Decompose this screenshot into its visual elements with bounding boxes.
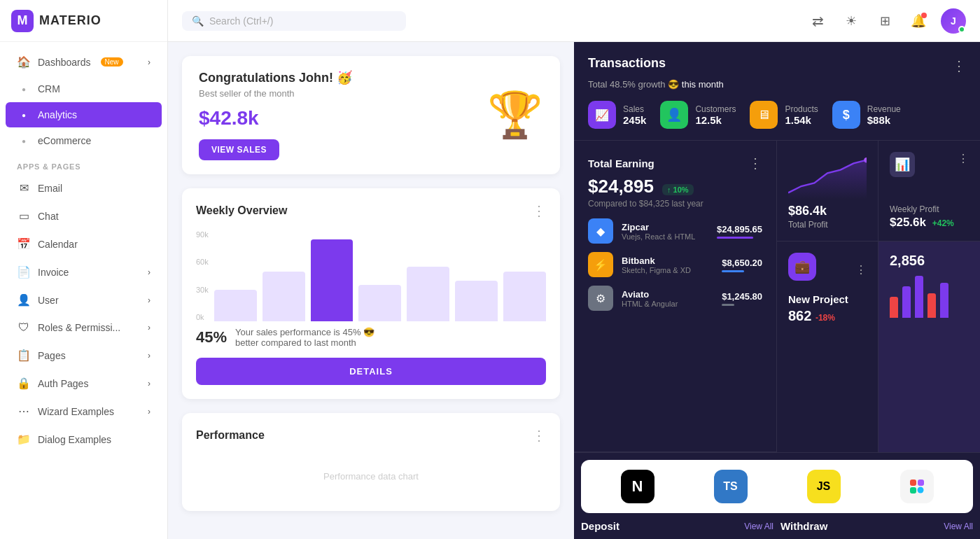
- sidebar-item-crm[interactable]: ● CRM: [6, 76, 162, 102]
- tech-logos-card: N TS JS: [581, 460, 973, 513]
- aviato-icon: ⚙: [588, 286, 613, 311]
- total-earning-title: Total Earning: [588, 158, 654, 169]
- bottom-dark-row: N TS JS: [574, 452, 980, 520]
- zipcar-progress: [717, 237, 753, 239]
- stat-customers: 👤 Customers 12.5k: [660, 101, 736, 129]
- stat-sales-info: Sales 245k: [623, 104, 646, 126]
- details-button[interactable]: DETAILS: [196, 358, 546, 385]
- profit-sparkline-chart: [788, 152, 867, 201]
- total-earning-amount: $24,895: [588, 176, 654, 197]
- calendar-icon: 📅: [17, 237, 31, 251]
- weekly-profit-badge: +42%: [932, 218, 954, 228]
- mini-bars-container: [890, 276, 969, 318]
- mini-bar-2: [902, 286, 911, 318]
- weekly-menu-icon[interactable]: ⋮: [532, 202, 546, 219]
- app-name: MATERIO: [39, 13, 102, 28]
- section-label-apps: APPS & PAGES: [0, 154, 167, 174]
- weekly-overview-card: Weekly Overview ⋮ 90k 60k 30k 0k: [182, 188, 560, 399]
- chevron-auth-icon: ›: [148, 379, 150, 388]
- chevron-pages-icon: ›: [148, 351, 150, 360]
- total-earning-section: Total Earning ⋮ $24,895 ↑ 10% Compared t…: [574, 141, 777, 452]
- chart-y-labels: 90k 60k 30k 0k: [196, 230, 214, 321]
- congrats-left: Congratulations John! 🥳 Best seller of t…: [199, 70, 352, 160]
- invoice-icon: 📄: [17, 265, 31, 279]
- sidebar-item-calendar[interactable]: 📅 Calendar: [6, 230, 162, 258]
- weekly-profit-menu-icon[interactable]: ⋮: [958, 152, 969, 177]
- aviato-progress: [722, 304, 734, 306]
- stat-sales: 📈 Sales 245k: [588, 101, 646, 129]
- search-box[interactable]: 🔍 Search (Ctrl+/): [182, 11, 406, 31]
- sidebar-item-email[interactable]: ✉ Email: [6, 174, 162, 202]
- typescript-logo: TS: [714, 470, 748, 503]
- zipcar-icon: ◆: [588, 218, 613, 244]
- search-icon: 🔍: [192, 15, 204, 27]
- circle-icon: ●: [17, 85, 31, 93]
- sidebar-item-roles[interactable]: 🛡 Roles & Permissi... ›: [6, 314, 162, 341]
- deposit-view-all[interactable]: View All: [744, 522, 774, 531]
- new-project-menu-icon[interactable]: ⋮: [855, 263, 867, 276]
- performance-card: Performance ⋮ Performance data chart: [182, 413, 560, 511]
- aviato-value: $1,245.80: [722, 291, 762, 306]
- chart-bar-icon: 📊: [890, 152, 915, 177]
- total-profit-chart-card: $86.4k Total Profit: [777, 141, 878, 241]
- earning-growth-badge: ↑ 10%: [662, 184, 694, 195]
- topbar-actions: ⇄ ☀ ⊞ 🔔 J: [806, 8, 966, 34]
- congratulations-card: Congratulations John! 🥳 Best seller of t…: [182, 56, 560, 174]
- sidebar-item-dashboards[interactable]: 🏠 Dashboards New ›: [6, 48, 162, 76]
- bitbank-info: Bitbank Sketch, Figma & XD: [622, 255, 691, 274]
- withdraw-view-all[interactable]: View All: [944, 522, 973, 531]
- theme-icon[interactable]: ☀: [840, 10, 862, 32]
- sidebar-item-chat[interactable]: ▭ Chat: [6, 202, 162, 230]
- bar-5: [407, 267, 449, 321]
- stat-products: 🖥 Products 1.54k: [750, 101, 818, 129]
- sidebar-item-wizard[interactable]: ⋯ Wizard Examples ›: [6, 398, 162, 425]
- weekly-profit-amount: $25.6k +42%: [890, 216, 969, 230]
- revenue-icon: $: [832, 101, 860, 129]
- customers-icon: 👤: [660, 101, 688, 129]
- chevron-wizard-icon: ›: [148, 407, 150, 416]
- bar-3-active: [311, 239, 354, 321]
- stat-products-info: Products 1.54k: [785, 104, 818, 126]
- search-placeholder: Search (Ctrl+/): [209, 15, 273, 27]
- transaction-stats: 📈 Sales 245k 👤 Customers 12.5k: [588, 101, 966, 129]
- bar-7: [503, 272, 546, 322]
- logo-area: M MATERIO: [0, 0, 167, 42]
- svg-marker-1: [788, 160, 867, 200]
- bars-container: [214, 230, 546, 321]
- bar-6: [455, 281, 498, 322]
- sidebar-item-analytics[interactable]: ● Analytics: [6, 102, 162, 127]
- dialog-icon: 📁: [17, 433, 31, 446]
- notification-dot: [921, 13, 927, 18]
- new-project-icon: 💼: [788, 253, 816, 281]
- withdraw-title: Withdraw: [780, 520, 827, 532]
- grid-icon[interactable]: ⊞: [874, 10, 896, 32]
- avatar[interactable]: J: [941, 8, 966, 34]
- performance-menu-icon[interactable]: ⋮: [532, 427, 546, 444]
- earning-menu-icon[interactable]: ⋮: [748, 155, 762, 172]
- page-layout: M MATERIO 🏠 Dashboards New › ● CRM ● Ana…: [0, 0, 980, 539]
- earning-item-aviato: ⚙ Aviato HTML & Angular $1,245.80: [588, 286, 762, 311]
- new-project-badge: -18%: [816, 313, 835, 323]
- circle-active-icon: ●: [17, 111, 31, 119]
- trophy-icon: 🏆: [487, 89, 543, 141]
- sidebar-item-auth[interactable]: 🔒 Auth Pages ›: [6, 370, 162, 397]
- nextjs-logo: N: [621, 470, 654, 503]
- deposit-section: Deposit View All: [581, 520, 774, 532]
- online-indicator: [958, 26, 965, 33]
- sidebar-item-dialog[interactable]: 📁 Dialog Examples: [6, 426, 162, 453]
- transactions-menu-icon[interactable]: ⋮: [952, 57, 966, 74]
- sidebar-item-invoice[interactable]: 📄 Invoice ›: [6, 258, 162, 286]
- sidebar-item-user[interactable]: 👤 User ›: [6, 286, 162, 314]
- weekly-profit-label: Weekly Profit: [890, 204, 969, 214]
- logo-icon: M: [11, 10, 34, 32]
- translate-icon[interactable]: ⇄: [806, 10, 829, 32]
- sidebar-item-pages[interactable]: 📋 Pages ›: [6, 342, 162, 369]
- bell-icon[interactable]: 🔔: [907, 10, 930, 32]
- javascript-logo: JS: [807, 470, 841, 503]
- lock-icon: 🔒: [17, 377, 31, 390]
- view-sales-button[interactable]: VIEW SALES: [199, 139, 279, 160]
- stat-revenue: $ Revenue $88k: [832, 101, 901, 129]
- chat-icon: ▭: [17, 209, 31, 223]
- sidebar-item-ecommerce[interactable]: ● eCommerce: [6, 128, 162, 153]
- svg-point-5: [917, 487, 923, 493]
